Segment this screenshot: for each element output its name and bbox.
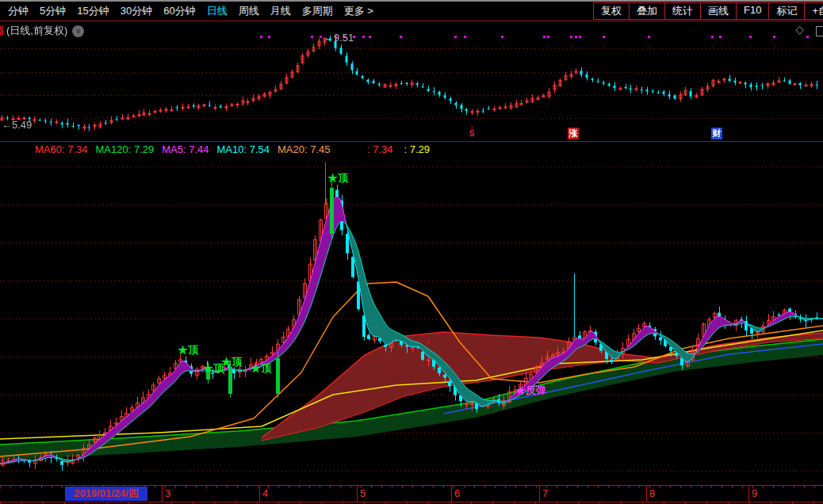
axis-month-separator bbox=[646, 486, 647, 502]
stock-chart-app: { "chrome": { "periods": ["分钟","5分钟","15… bbox=[0, 0, 823, 504]
panel-divider bbox=[0, 141, 823, 142]
ma-extra-value-0: : 7.34 bbox=[367, 143, 393, 155]
axis-month-separator bbox=[539, 486, 540, 502]
overview-chart-canvas[interactable] bbox=[0, 22, 823, 141]
axis-month-label: 7 bbox=[542, 487, 548, 499]
period-tab-1[interactable]: 5分钟 bbox=[34, 4, 71, 18]
period-tab-6[interactable]: 周线 bbox=[233, 4, 265, 18]
axis-month-label: 5 bbox=[360, 487, 366, 499]
period-tab-8[interactable]: 多周期 bbox=[297, 4, 339, 18]
ma-value-1: MA120: 7.29 bbox=[96, 143, 155, 155]
period-tab-7[interactable]: 月线 bbox=[265, 4, 297, 18]
ma-value-3: MA10: 7.54 bbox=[216, 143, 270, 155]
chevron-down-icon[interactable]: ∨ bbox=[72, 25, 84, 37]
period-tab-4[interactable]: 60分钟 bbox=[158, 4, 201, 18]
time-axis[interactable]: 2019/01/24/四 3456789 bbox=[0, 485, 823, 502]
chart-subtitle: (日线,前复权) bbox=[6, 24, 67, 38]
ma-values-bar: MA60: 7.34MA120: 7.29MA5: 7.44MA10: 7.54… bbox=[35, 143, 338, 155]
diamond-icon[interactable]: ◇ bbox=[795, 23, 804, 36]
axis-month-label: 6 bbox=[454, 487, 460, 499]
axis-month-separator bbox=[162, 486, 163, 502]
draw-line-button[interactable]: 画线 bbox=[700, 2, 737, 20]
axis-month-label: 4 bbox=[262, 487, 268, 499]
period-tab-5[interactable]: 日线 bbox=[201, 4, 233, 18]
chart-title: 器 (日线,前复权) ∨ bbox=[0, 24, 84, 38]
add-watchlist-button[interactable]: +自选 bbox=[804, 2, 823, 20]
ma-value-0: MA60: 7.34 bbox=[35, 143, 88, 155]
axis-month-label: 8 bbox=[649, 487, 655, 499]
overlay-button[interactable]: 叠加 bbox=[629, 2, 665, 20]
window-restore-icon[interactable] bbox=[816, 26, 823, 36]
selected-date-label[interactable]: 2019/01/24/四 bbox=[65, 487, 147, 501]
period-tab-3[interactable]: 30分钟 bbox=[115, 4, 158, 18]
axis-month-separator bbox=[259, 486, 260, 502]
ma-extra-value-1: : 7.29 bbox=[404, 143, 431, 155]
period-tab-2[interactable]: 15分钟 bbox=[71, 4, 114, 18]
period-toolbar: 分钟5分钟15分钟30分钟60分钟日线周线月线多周期更多 > 复权叠加统计画线F… bbox=[0, 2, 823, 21]
axis-month-separator bbox=[451, 486, 452, 502]
statistics-button[interactable]: 统计 bbox=[664, 2, 701, 20]
ma-value-4: MA20: 7.45 bbox=[278, 143, 331, 155]
main-chart-canvas[interactable] bbox=[0, 155, 823, 485]
axis-month-label: 9 bbox=[752, 487, 757, 499]
main-chart-panel bbox=[0, 155, 823, 485]
axis-month-separator bbox=[748, 486, 749, 502]
period-tabs: 分钟5分钟15分钟30分钟60分钟日线周线月线多周期更多 > bbox=[0, 4, 594, 18]
ma-extra-values: : 7.34: 7.29 bbox=[367, 143, 441, 155]
overview-panel: 器 (日线,前复权) ∨ ◇ bbox=[0, 22, 823, 141]
axis-month-label: 3 bbox=[165, 487, 170, 499]
more-menu[interactable]: 更多 > bbox=[339, 4, 379, 18]
stock-name-fragment: 器 bbox=[0, 24, 5, 38]
period-tab-0[interactable]: 分钟 bbox=[2, 4, 34, 18]
f10-button[interactable]: F10 bbox=[736, 2, 769, 20]
toolbar-buttons: 复权叠加统计画线F10标记+自选 bbox=[594, 2, 823, 20]
adjust-price-button[interactable]: 复权 bbox=[593, 2, 630, 20]
ma-value-2: MA5: 7.44 bbox=[162, 143, 209, 155]
axis-month-separator bbox=[357, 486, 358, 502]
mark-button[interactable]: 标记 bbox=[768, 2, 805, 20]
